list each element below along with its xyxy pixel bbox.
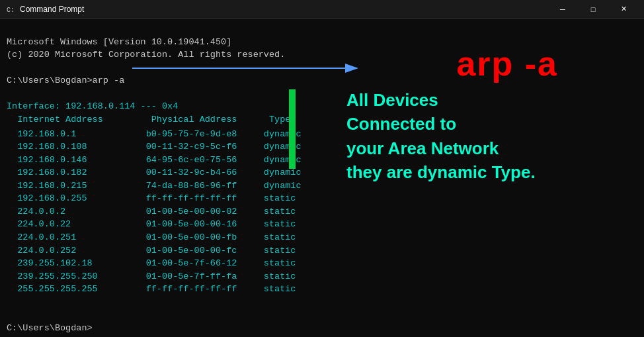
desc-line4: they are dynamic Type. bbox=[346, 162, 536, 182]
table-row: 224.0.0.2 01-00-5e-00-00-02 static bbox=[7, 205, 637, 218]
green-accent-bar bbox=[289, 89, 296, 169]
table-header: Internet Address Physical Address Type bbox=[7, 115, 290, 124]
copyright-line: (c) 2020 Microsoft Corporation. All righ… bbox=[7, 50, 285, 60]
cmd-window: C:\ Command Prompt ─ □ ✕ Microsoft Windo… bbox=[0, 0, 644, 337]
table-row: 224.0.0.251 01-00-5e-00-00-fb static bbox=[7, 231, 637, 244]
desc-line1: All Devices bbox=[346, 90, 438, 110]
final-prompt: C:\Users\Bogdan> bbox=[7, 296, 637, 337]
console-area[interactable]: Microsoft Windows [Version 10.0.19041.45… bbox=[0, 19, 644, 337]
title-bar: C:\ Command Prompt ─ □ ✕ bbox=[0, 0, 644, 19]
table-row: 192.168.0.255 ff-ff-ff-ff-ff-ff static bbox=[7, 192, 637, 205]
table-row: 255.255.255.255 ff-ff-ff-ff-ff-ff static bbox=[7, 283, 637, 296]
maximize-button[interactable]: □ bbox=[578, 0, 608, 19]
windows-version-line: Microsoft Windows [Version 10.0.19041.45… bbox=[7, 37, 231, 47]
prompt-arp: C:\Users\Bogdan>arp -a bbox=[7, 75, 124, 85]
interface-line: Interface: 192.168.0.114 --- 0x4 bbox=[7, 101, 178, 111]
arp-label: arp -a bbox=[456, 44, 558, 83]
table-row: 224.0.0.22 01-00-5e-00-00-16 static bbox=[7, 218, 637, 231]
window-controls: ─ □ ✕ bbox=[547, 0, 639, 19]
table-row: 239.255.255.250 01-00-5e-7f-ff-fa static bbox=[7, 270, 637, 283]
close-button[interactable]: ✕ bbox=[608, 0, 639, 19]
desc-line2: Connected to bbox=[346, 114, 456, 134]
desc-line3: your Area Network bbox=[346, 138, 499, 158]
minimize-button[interactable]: ─ bbox=[547, 0, 578, 19]
window-title: Command Prompt bbox=[20, 5, 547, 14]
table-row: 239.255.102.18 01-00-5e-7f-66-12 static bbox=[7, 257, 637, 270]
svg-text:C:\: C:\ bbox=[7, 7, 15, 14]
table-row: 224.0.0.252 01-00-5e-00-00-fc static bbox=[7, 244, 637, 258]
cmd-icon: C:\ bbox=[5, 4, 16, 15]
description-text: All Devices Connected to your Area Netwo… bbox=[346, 88, 624, 185]
